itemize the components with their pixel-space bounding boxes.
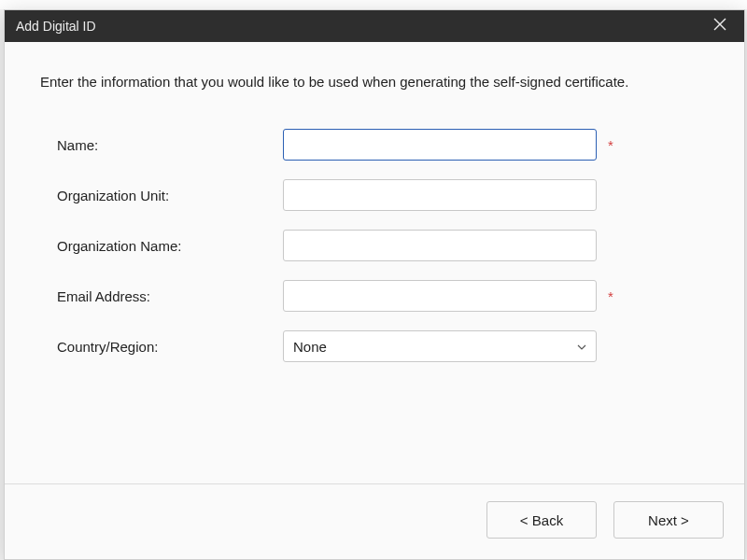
- next-button[interactable]: Next >: [613, 501, 724, 539]
- dialog-content: Enter the information that you would lik…: [5, 42, 744, 483]
- add-digital-id-dialog: Add Digital ID Enter the information tha…: [4, 9, 745, 560]
- row-org-unit: Organization Unit:: [40, 179, 709, 211]
- org-name-input[interactable]: [283, 230, 597, 261]
- required-marker: *: [608, 288, 613, 304]
- dialog-footer: < Back Next >: [5, 483, 744, 559]
- background-window-fragment: [0, 0, 747, 9]
- org-unit-input[interactable]: [283, 179, 597, 211]
- label-org-name: Organization Name:: [40, 238, 283, 254]
- row-country: Country/Region: None: [40, 330, 709, 362]
- country-select-value: None: [293, 339, 327, 355]
- close-icon: [713, 18, 726, 35]
- name-input[interactable]: [283, 129, 597, 161]
- dialog-titlebar: Add Digital ID: [5, 10, 744, 42]
- required-marker: *: [608, 137, 613, 153]
- close-button[interactable]: [707, 13, 733, 39]
- label-name: Name:: [40, 137, 283, 153]
- back-button[interactable]: < Back: [486, 501, 597, 539]
- instruction-text: Enter the information that you would lik…: [40, 74, 709, 90]
- row-org-name: Organization Name:: [40, 230, 709, 261]
- row-email: Email Address: *: [40, 280, 709, 312]
- label-country: Country/Region:: [40, 339, 283, 355]
- next-button-label: Next >: [648, 512, 689, 528]
- email-input[interactable]: [283, 280, 597, 312]
- country-select[interactable]: None: [283, 330, 597, 362]
- chevron-down-icon: [577, 341, 586, 352]
- label-email: Email Address:: [40, 288, 283, 304]
- row-name: Name: *: [40, 129, 709, 161]
- dialog-title: Add Digital ID: [16, 19, 96, 34]
- back-button-label: < Back: [520, 512, 563, 528]
- label-org-unit: Organization Unit:: [40, 188, 283, 203]
